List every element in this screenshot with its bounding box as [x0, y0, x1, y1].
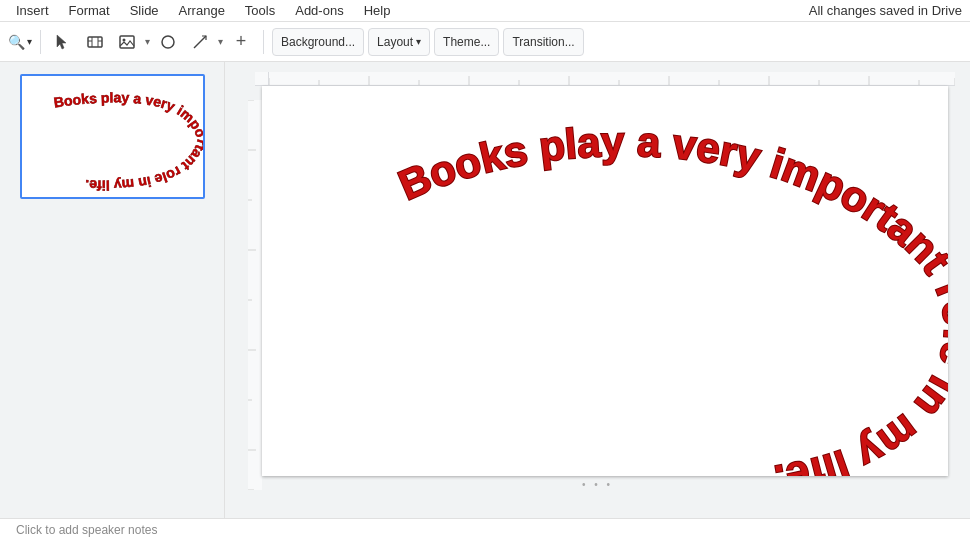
svg-line-9 [194, 36, 206, 48]
bottom-dots: • • • [582, 479, 613, 490]
slide-panel: Books play a very important role in my l… [0, 62, 225, 518]
menu-bar: Insert Format Slide Arrange Tools Add-on… [0, 0, 970, 22]
svg-rect-28 [248, 100, 262, 490]
image-chevron: ▾ [145, 36, 150, 47]
line-tool-button[interactable] [186, 28, 214, 56]
canvas-area: Books play a very important role in my l… [225, 62, 970, 518]
background-label: Background... [281, 35, 355, 49]
transition-button[interactable]: Transition... [503, 28, 583, 56]
curved-text-svg: Books play a very important role in my l… [262, 86, 948, 476]
menu-slide[interactable]: Slide [122, 1, 167, 20]
layout-button[interactable]: Layout ▾ [368, 28, 430, 56]
menu-format[interactable]: Format [61, 1, 118, 20]
toolbar-sep-2 [263, 30, 264, 54]
notes-bar[interactable]: Click to add speaker notes [0, 518, 970, 540]
select-tool-button[interactable] [49, 28, 77, 56]
drive-status: All changes saved in Drive [809, 3, 962, 18]
line-chevron: ▾ [218, 36, 223, 47]
svg-rect-6 [120, 36, 134, 48]
ruler-horizontal [269, 72, 955, 86]
svg-rect-1 [88, 37, 102, 47]
svg-text:Books play a very important ro: Books play a very important role in my l… [391, 118, 947, 476]
menu-arrange[interactable]: Arrange [171, 1, 233, 20]
slide-canvas[interactable]: Books play a very important role in my l… [262, 86, 948, 476]
zoom-control[interactable]: 🔍 ▾ [8, 34, 32, 50]
menu-addons[interactable]: Add-ons [287, 1, 351, 20]
toolbar: 🔍 ▾ ▾ ▾ + Background... Layout ▾ Theme..… [0, 22, 970, 62]
svg-point-7 [123, 38, 126, 41]
textbox-tool-button[interactable] [81, 28, 109, 56]
theme-button[interactable]: Theme... [434, 28, 499, 56]
svg-rect-12 [269, 72, 955, 86]
shape-tool-button[interactable] [154, 28, 182, 56]
menu-help[interactable]: Help [356, 1, 399, 20]
zoom-icon: 🔍 [8, 34, 25, 50]
toolbar-sep-1 [40, 30, 41, 54]
ruler-vertical [248, 100, 262, 490]
menu-tools[interactable]: Tools [237, 1, 283, 20]
svg-point-8 [162, 36, 174, 48]
layout-label: Layout [377, 35, 413, 49]
main-area: Books play a very important role in my l… [0, 62, 970, 518]
image-tool-button[interactable] [113, 28, 141, 56]
comment-button[interactable]: + [227, 28, 255, 56]
zoom-chevron: ▾ [27, 36, 32, 47]
menu-insert[interactable]: Insert [8, 1, 57, 20]
layout-chevron: ▾ [416, 36, 421, 47]
background-button[interactable]: Background... [272, 28, 364, 56]
transition-label: Transition... [512, 35, 574, 49]
slide-thumbnail[interactable]: Books play a very important role in my l… [20, 74, 205, 199]
theme-label: Theme... [443, 35, 490, 49]
notes-placeholder: Click to add speaker notes [16, 523, 157, 537]
svg-marker-0 [57, 35, 66, 49]
